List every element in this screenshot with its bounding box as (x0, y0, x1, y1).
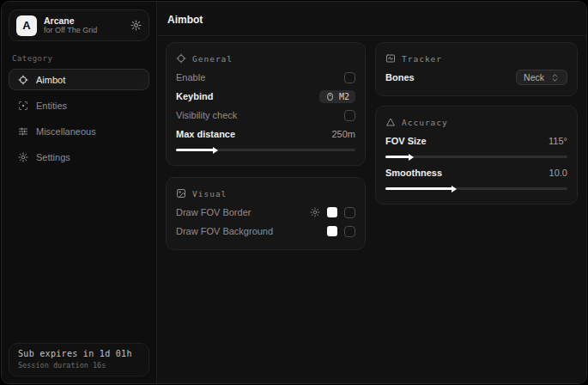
sub-expiry-text: Sub expires in 1d 01h (18, 349, 140, 358)
fov-size-slider[interactable] (385, 156, 567, 158)
gear-icon[interactable] (310, 207, 320, 217)
row-keybind: Keybind M2 (176, 87, 355, 106)
image-icon (176, 188, 186, 199)
enable-label: Enable (176, 72, 205, 82)
card-title: Tracker (402, 54, 442, 64)
card-accuracy: Accuracy FOV Size 115° Smoothness 10.0 (375, 106, 578, 205)
enable-checkbox[interactable] (344, 72, 355, 83)
bones-selected-value: Neck (524, 72, 544, 82)
card-visual-header: Visual (176, 186, 355, 203)
category-label: Category (12, 54, 146, 63)
sidebar-item-label: Miscellaneous (36, 126, 96, 137)
bones-label: Bones (385, 72, 415, 82)
gear-icon (18, 152, 28, 162)
app-title-block: Arcane for Off The Grid (44, 15, 124, 34)
card-title: General (192, 54, 233, 64)
main-panel: Aimbot General (157, 2, 586, 383)
max-distance-label: Max distance (176, 129, 235, 139)
card-general-header: General (176, 51, 355, 68)
fov-size-value: 115° (549, 136, 567, 146)
slider-fill (385, 156, 409, 158)
app-logo: A (16, 15, 37, 36)
crosshair-icon (18, 75, 28, 85)
visibility-check-label: Visibility check (176, 110, 237, 120)
scan-eye-icon (18, 101, 28, 111)
row-max-distance: Max distance 250m (176, 125, 355, 144)
sidebar-item-settings[interactable]: Settings (9, 146, 149, 168)
sidebar-item-entities[interactable]: Entities (9, 95, 149, 116)
slider-fill (385, 187, 452, 190)
app-subtitle: for Off The Grid (44, 26, 124, 34)
row-draw-fov-background: Draw FOV Background (176, 222, 355, 241)
smoothness-value: 10.0 (549, 168, 567, 178)
sidebar-nav: Aimbot Entities Miscella (9, 69, 149, 168)
draw-fov-border-checkbox[interactable] (344, 207, 355, 218)
sidebar-item-label: Entities (36, 101, 67, 111)
row-visibility-check: Visibility check (176, 106, 355, 125)
sidebar-item-miscellaneous[interactable]: Miscellaneous (9, 120, 149, 142)
mouse-icon (325, 92, 335, 101)
max-distance-slider[interactable] (176, 149, 355, 151)
card-title: Accuracy (402, 118, 448, 127)
row-smoothness: Smoothness 10.0 (385, 163, 567, 182)
sidebar-item-label: Aimbot (36, 75, 65, 85)
bones-select[interactable]: Neck (516, 70, 567, 85)
session-duration-text: Session duration 16s (18, 361, 140, 370)
activity-icon (385, 53, 396, 64)
fov-size-label: FOV Size (385, 136, 427, 146)
app-window: A Arcane for Off The Grid Category (1, 1, 587, 384)
slider-thumb[interactable] (409, 154, 414, 161)
row-bones: Bones Neck (385, 68, 567, 87)
page-title: Aimbot (166, 11, 579, 35)
draw-fov-background-label: Draw FOV Background (176, 226, 273, 236)
visibility-check-checkbox[interactable] (344, 110, 355, 121)
sidebar: A Arcane for Off The Grid Category (2, 2, 157, 383)
draw-fov-border-label: Draw FOV Border (176, 207, 251, 217)
slider-fill (176, 149, 214, 151)
slider-thumb[interactable] (213, 147, 218, 154)
draw-fov-background-checkbox[interactable] (344, 226, 355, 237)
fov-border-color-swatch[interactable] (327, 207, 337, 217)
card-tracker-header: Tracker (385, 51, 567, 68)
triangle-icon (385, 117, 396, 127)
row-draw-fov-border: Draw FOV Border (176, 203, 355, 222)
logo-card: A Arcane for Off The Grid (9, 9, 149, 41)
card-visual: Visual Draw FOV Border (166, 177, 366, 250)
card-general: General Enable Keybind (166, 42, 366, 166)
keybind-label: Keybind (176, 91, 213, 101)
smoothness-slider[interactable] (385, 187, 567, 190)
gear-icon[interactable] (130, 20, 142, 31)
row-enable: Enable (176, 68, 355, 87)
card-title: Visual (192, 189, 227, 199)
crosshair-icon (176, 53, 186, 64)
app-name: Arcane (44, 15, 124, 26)
chevrons-up-down-icon (550, 73, 560, 82)
subscription-info: Sub expires in 1d 01h Session duration 1… (9, 343, 149, 376)
sidebar-item-label: Settings (36, 152, 70, 162)
smoothness-label: Smoothness (385, 168, 442, 178)
card-accuracy-header: Accuracy (385, 114, 567, 131)
fov-background-color-swatch[interactable] (327, 226, 337, 236)
sliders-icon (18, 126, 28, 137)
keybind-value: M2 (339, 92, 349, 101)
card-tracker: Tracker Bones Neck (375, 42, 578, 96)
max-distance-value: 250m (331, 129, 355, 139)
keybind-button[interactable]: M2 (319, 90, 355, 103)
slider-thumb[interactable] (452, 186, 457, 192)
divider (157, 35, 586, 36)
sidebar-item-aimbot[interactable]: Aimbot (9, 69, 149, 90)
row-fov-size: FOV Size 115° (385, 131, 567, 150)
